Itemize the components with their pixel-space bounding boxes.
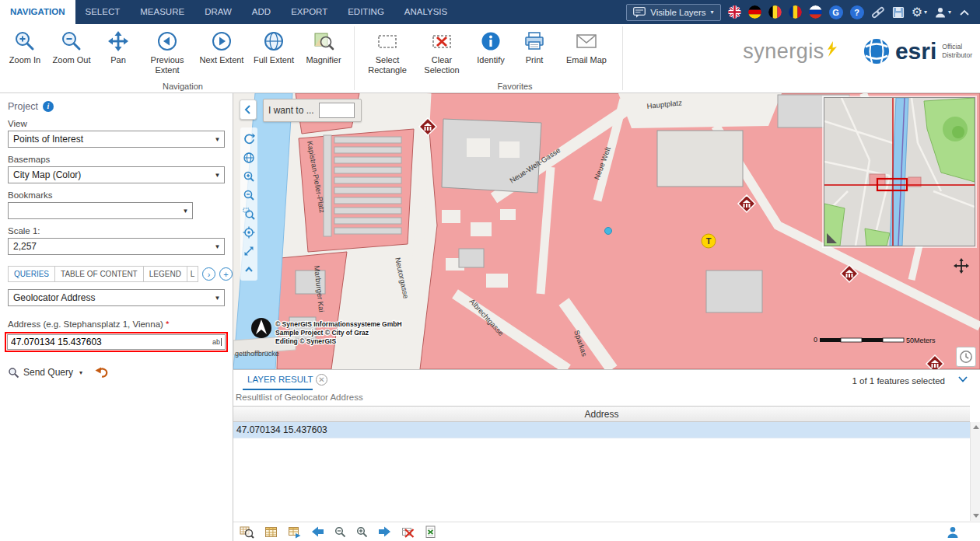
chevron-down-icon: ▼ <box>211 172 224 179</box>
menu-tab-add[interactable]: ADD <box>242 0 281 24</box>
table-add-button[interactable] <box>288 525 301 539</box>
zoom-out-tool-button[interactable] <box>241 187 257 203</box>
previous-feature-button[interactable] <box>311 526 324 537</box>
link-icon[interactable] <box>871 5 885 19</box>
top-menu-bar: NAVIGATION SELECT MEASURE DRAW ADD EXPOR… <box>0 0 980 24</box>
transit-marker[interactable]: T <box>702 234 716 248</box>
center-map-button[interactable] <box>241 224 257 240</box>
tab-cut-off[interactable]: L <box>187 266 198 282</box>
scroll-up-icon[interactable] <box>973 425 979 429</box>
tab-add-button[interactable]: + <box>219 267 233 281</box>
zoom-to-selection-button[interactable] <box>240 525 254 539</box>
bookmarks-dropdown[interactable]: ▼ <box>8 202 193 219</box>
column-header-address[interactable]: Address <box>233 406 970 422</box>
zoom-in-results-button[interactable] <box>356 526 368 538</box>
g-globe-icon[interactable]: G <box>829 5 843 19</box>
previous-extent-button[interactable]: Previous Extent <box>140 24 194 75</box>
flag-russia-icon[interactable] <box>809 5 822 19</box>
menu-tab-navigation[interactable]: NAVIGATION <box>0 0 75 24</box>
tab-table-of-content[interactable]: TABLE OF CONTENT <box>55 266 144 282</box>
select-rectangle-button[interactable]: Select Rectangle <box>360 24 415 75</box>
pan-button[interactable]: Pan <box>96 24 140 65</box>
identify-button[interactable]: Identify <box>469 24 513 65</box>
user-presence-icon[interactable] <box>946 525 960 539</box>
menu-tab-export[interactable]: EXPORT <box>281 0 338 24</box>
attribute-table-button[interactable] <box>264 525 278 539</box>
select-rectangle-icon <box>376 30 399 53</box>
zoom-in-tool-button[interactable] <box>241 168 257 184</box>
menu-tab-editing[interactable]: EDITING <box>338 0 394 24</box>
clear-selection-button[interactable]: Clear Selection <box>415 24 469 75</box>
flag-belgium-icon[interactable] <box>768 5 782 19</box>
result-row[interactable]: 47.070134 15.437603 <box>233 422 970 438</box>
scale-label: Scale 1: <box>8 226 225 236</box>
scroll-down-icon[interactable] <box>973 514 979 518</box>
svg-text:Sample Project © City of Graz: Sample Project © City of Graz <box>275 329 369 337</box>
help-icon[interactable]: ? <box>850 5 864 19</box>
tab-scroll-right-button[interactable]: › <box>202 267 215 281</box>
clear-result-button[interactable] <box>401 525 415 539</box>
zoom-out-button[interactable]: Zoom Out <box>47 24 96 65</box>
address-field-highlight: ab <box>5 332 228 352</box>
send-query-button[interactable]: Send Query ▾ <box>8 367 82 379</box>
tab-legend[interactable]: LEGEND <box>144 266 187 282</box>
results-scrollbar[interactable] <box>970 422 980 521</box>
undo-icon[interactable] <box>95 366 109 379</box>
esri-globe-icon <box>863 38 890 65</box>
info-icon[interactable]: i <box>43 101 54 112</box>
globe-button[interactable] <box>241 149 257 166</box>
collapse-toolbar-button[interactable] <box>241 261 257 277</box>
arrow-left-icon <box>311 526 324 537</box>
result-subtitle: Resultlist of Geolocator Address <box>236 393 363 402</box>
chevron-left-icon <box>243 103 254 116</box>
flag-uk-icon[interactable] <box>728 5 741 19</box>
query-type-dropdown[interactable]: Geolocator Address▼ <box>8 289 225 306</box>
tab-queries[interactable]: QUERIES <box>8 266 55 282</box>
history-clock-icon[interactable] <box>956 347 976 367</box>
collapse-panel-icon[interactable] <box>957 375 969 384</box>
send-query-row: Send Query ▾ <box>8 366 233 379</box>
chevron-down-icon: ▼ <box>211 136 224 143</box>
full-extent-button[interactable]: Full Extent <box>249 24 299 65</box>
move-map-icon[interactable] <box>954 258 969 274</box>
save-icon[interactable] <box>892 6 905 19</box>
address-input[interactable] <box>7 334 226 350</box>
flag-romania-icon[interactable] <box>789 5 802 19</box>
menu-tab-measure[interactable]: MEASURE <box>130 0 194 24</box>
next-feature-button[interactable] <box>378 526 391 537</box>
menu-tab-select[interactable]: SELECT <box>75 0 131 24</box>
user-menu-icon[interactable]: ▾ <box>934 6 951 19</box>
zoom-window-icon <box>243 208 255 220</box>
zoom-out-results-button[interactable] <box>334 526 346 538</box>
menu-tab-analysis[interactable]: ANALYSIS <box>394 0 457 24</box>
flag-germany-icon[interactable] <box>748 5 761 19</box>
i-want-to-input[interactable] <box>319 103 355 118</box>
export-result-button[interactable] <box>425 525 436 539</box>
next-extent-button[interactable]: Next Extent <box>194 24 249 65</box>
chevron-up-icon <box>243 264 255 276</box>
zoom-in-button[interactable]: Zoom In <box>3 24 47 65</box>
settings-gear-icon[interactable]: ⚙▾ <box>912 6 927 19</box>
menu-tab-draw[interactable]: DRAW <box>194 0 242 24</box>
scale-dropdown[interactable]: 2,257▼ <box>8 238 225 255</box>
zoom-in-icon <box>243 170 255 183</box>
layer-result-panel: LAYER RESULT ✕ 1 of 1 features selected … <box>233 369 980 541</box>
overview-map[interactable] <box>824 97 975 246</box>
view-dropdown[interactable]: Points of Interest▼ <box>8 131 225 148</box>
close-result-tab-icon[interactable]: ✕ <box>316 374 327 386</box>
result-point-marker[interactable] <box>605 228 612 235</box>
collapse-sidebar-button[interactable] <box>240 99 257 120</box>
zoom-window-button[interactable] <box>241 205 257 222</box>
magnifier-button[interactable]: Magnifier <box>299 24 348 65</box>
collapse-ribbon-icon[interactable] <box>958 9 971 16</box>
send-query-icon <box>8 367 19 379</box>
email-map-button[interactable]: Email Map <box>556 24 617 65</box>
chevron-down-icon: ▾ <box>711 9 714 16</box>
refresh-map-button[interactable] <box>241 131 257 147</box>
layer-result-tab[interactable]: LAYER RESULT <box>247 375 313 384</box>
visible-layers-button[interactable]: Visible Layers ▾ <box>626 4 720 21</box>
full-extent-tool-button[interactable] <box>241 243 257 259</box>
basemaps-dropdown[interactable]: City Map (Color)▼ <box>8 166 225 183</box>
clear-result-icon <box>401 525 415 539</box>
print-button[interactable]: Print <box>513 24 556 65</box>
